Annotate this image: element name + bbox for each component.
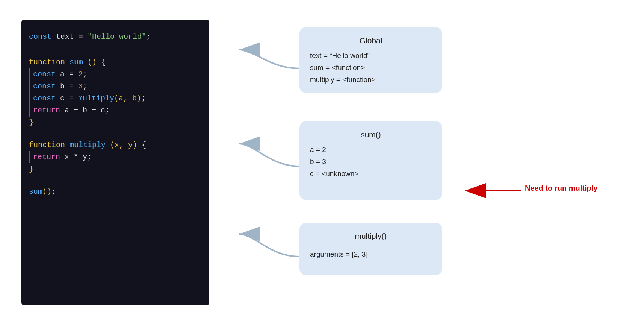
- paren-multiply: (a, b): [114, 94, 141, 103]
- func-call-multiply: multiply: [78, 94, 114, 103]
- multiply-box: multiply() arguments = [2, 3]: [299, 223, 442, 275]
- brace-sum-open: {: [97, 58, 106, 67]
- brace-multiply-close: }: [29, 165, 33, 173]
- multiply-line-1: arguments = [2, 3]: [310, 248, 432, 260]
- eq-c: =: [65, 94, 78, 103]
- sum-line-1: a = 2: [310, 144, 432, 156]
- keyword-const-1: const: [29, 32, 56, 41]
- keyword-return-1: return: [33, 106, 65, 115]
- semi-c: ;: [141, 94, 146, 103]
- num-3: 3: [78, 82, 83, 91]
- global-title: Global: [310, 34, 432, 47]
- semi-a: ;: [83, 70, 87, 79]
- code-line-7: }: [29, 117, 202, 129]
- brace-multiply-open: {: [137, 141, 146, 149]
- paren-sum-call: (): [42, 187, 51, 196]
- code-line-5: const c = multiply(a, b);: [29, 93, 202, 105]
- global-box: Global text = “Hello world” sum = <funct…: [299, 27, 442, 93]
- semi-sum: ;: [51, 187, 56, 196]
- keyword-const-3: const: [33, 82, 60, 91]
- multiply-title: multiply(): [310, 229, 432, 243]
- global-line-3: multiply = <function>: [310, 74, 432, 86]
- sum-box: sum() a = 2 b = 3 c = <unknown>: [299, 121, 442, 200]
- keyword-return-2: return: [33, 153, 65, 161]
- keyword-function-2: function: [29, 141, 70, 149]
- var-a: a: [60, 70, 65, 79]
- gap-2: [29, 129, 202, 139]
- equals-1: =: [74, 32, 88, 41]
- sum-line-3: c = <unknown>: [310, 168, 432, 180]
- num-2: 2: [78, 70, 83, 79]
- var-text: text: [56, 32, 74, 41]
- semi-b: ;: [83, 82, 87, 91]
- code-line-11: sum();: [29, 186, 202, 198]
- func-name-sum: sum: [70, 58, 88, 67]
- code-line-6: return a + b + c;: [29, 105, 202, 117]
- func-name-multiply: multiply: [70, 141, 110, 149]
- main-container: const text = "Hello world"; function sum…: [21, 8, 623, 317]
- paren-sum: (): [88, 58, 97, 67]
- keyword-const-4: const: [33, 94, 60, 103]
- code-panel: const text = "Hello world"; function sum…: [21, 20, 209, 305]
- return-expr-2: x * y;: [65, 153, 92, 161]
- code-line-3: const a = 2;: [29, 68, 202, 80]
- brace-sum-close: }: [29, 118, 33, 127]
- code-line-8: function multiply (x, y) {: [29, 139, 202, 151]
- code-line-4: const b = 3;: [29, 80, 202, 93]
- code-line-1: const text = "Hello world";: [29, 31, 202, 43]
- paren-multiply-def: (x, y): [110, 141, 137, 149]
- call-sum: sum: [29, 187, 42, 196]
- code-line-9: return x * y;: [29, 151, 202, 163]
- eq-b: =: [65, 82, 78, 91]
- keyword-function-1: function: [29, 58, 70, 67]
- sum-title: sum(): [310, 128, 432, 141]
- sum-line-2: b = 3: [310, 156, 432, 168]
- gap-3: [29, 175, 202, 186]
- semi-1: ;: [146, 32, 151, 41]
- eq-a: =: [65, 70, 78, 79]
- global-line-2: sum = <function>: [310, 62, 432, 74]
- global-line-1: text = “Hello world”: [310, 50, 432, 62]
- code-line-10: }: [29, 163, 202, 175]
- keyword-const-2: const: [33, 70, 60, 79]
- gap-1: [29, 46, 202, 56]
- string-hello: "Hello world": [88, 32, 146, 41]
- need-to-run-label: Need to run multiply: [525, 184, 597, 193]
- diagram-area: Global text = “Hello world” sum = <funct…: [209, 20, 623, 305]
- code-line-2: function sum () {: [29, 56, 202, 68]
- return-expr-1: a + b + c;: [65, 106, 110, 115]
- var-b: b: [60, 82, 65, 91]
- var-c: c: [60, 94, 65, 103]
- need-to-run-text: Need to run multiply: [525, 184, 597, 192]
